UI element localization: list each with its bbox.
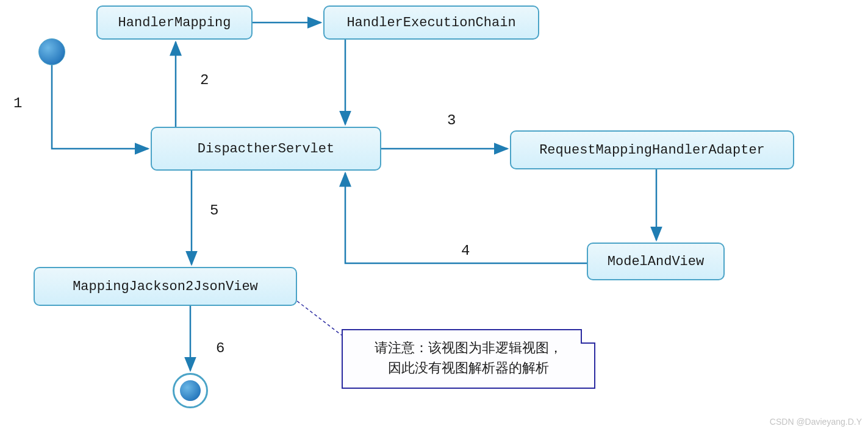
note-box: 请注意：该视图为非逻辑视图， 因此没有视图解析器的解析 [342, 329, 595, 389]
edge-label-6: 6 [216, 340, 224, 356]
note-line: 请注意：该视图为非逻辑视图， [354, 339, 583, 359]
node-label: RequestMappingHandlerAdapter [539, 143, 765, 158]
node-label: HandlerMapping [118, 15, 231, 30]
node-label: MappingJackson2JsonView [73, 279, 258, 294]
start-node [38, 38, 65, 65]
node-dispatcher-servlet: DispactherServlet [151, 127, 381, 171]
edge-label-5: 5 [210, 202, 218, 219]
node-mapping-jackson-view: MappingJackson2JsonView [34, 267, 297, 306]
node-label: HandlerExecutionChain [346, 15, 515, 30]
edge-label-1: 1 [13, 95, 22, 112]
edge-label-4: 4 [461, 243, 470, 259]
node-handler-mapping: HandlerMapping [96, 5, 253, 40]
edge-label-3: 3 [447, 112, 456, 129]
node-label: DispactherServlet [198, 141, 334, 157]
node-model-and-view: ModelAndView [587, 243, 725, 280]
end-node-inner [180, 380, 201, 401]
node-request-mapping-handler-adapter: RequestMappingHandlerAdapter [510, 130, 794, 169]
end-node [173, 373, 208, 408]
note-fold-icon [581, 329, 595, 344]
diagram-canvas: HandlerMapping HandlerExecutionChain Dis… [0, 0, 868, 429]
node-handler-execution-chain: HandlerExecutionChain [323, 5, 539, 40]
watermark: CSDN @Davieyang.D.Y [770, 417, 862, 427]
edge-label-2: 2 [200, 72, 209, 88]
node-label: ModelAndView [608, 254, 704, 269]
note-line: 因此没有视图解析器的解析 [354, 359, 583, 379]
